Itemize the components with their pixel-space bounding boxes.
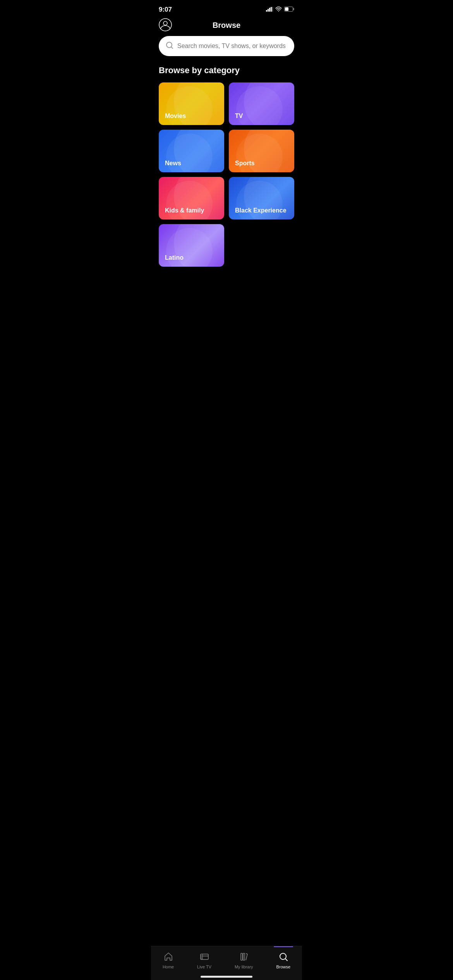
svg-rect-8 [285,7,288,11]
browse-section: Browse by category Movies TV News Sports… [151,65,302,267]
search-input[interactable] [177,43,287,50]
status-time: 9:07 [159,6,172,14]
search-bar[interactable] [159,36,294,56]
category-card-kids[interactable]: Kids & family [159,177,224,219]
header: Browse [151,17,302,36]
category-grid: Movies TV News Sports Kids & family Blac… [159,82,294,267]
status-bar: 9:07 [151,0,302,17]
search-container [151,36,302,65]
svg-point-9 [159,19,172,31]
category-label-kids: Kids & family [165,207,204,214]
svg-point-10 [163,21,167,25]
svg-point-5 [278,11,279,12]
section-title: Browse by category [159,65,294,75]
category-card-sports[interactable]: Sports [229,130,294,172]
category-card-black-experience[interactable]: Black Experience [229,177,294,219]
battery-icon [284,6,294,13]
svg-rect-4 [272,7,273,12]
svg-rect-2 [269,8,270,12]
category-card-latino[interactable]: Latino [159,224,224,267]
svg-rect-1 [268,9,269,12]
avatar-button[interactable] [159,18,172,33]
status-icons [266,6,294,13]
category-label-sports: Sports [235,160,255,167]
category-card-news[interactable]: News [159,130,224,172]
category-label-movies: Movies [165,113,186,120]
search-icon [166,41,173,51]
category-card-movies[interactable]: Movies [159,82,224,125]
category-label-latino: Latino [165,254,184,261]
category-card-tv[interactable]: TV [229,82,294,125]
category-label-news: News [165,160,181,167]
category-label-black-experience: Black Experience [235,207,287,214]
svg-rect-3 [271,7,272,12]
svg-rect-7 [293,8,294,10]
signal-icon [266,6,273,13]
category-label-tv: TV [235,113,243,120]
page-title: Browse [213,21,240,30]
wifi-icon [275,6,282,13]
svg-rect-0 [266,10,267,12]
